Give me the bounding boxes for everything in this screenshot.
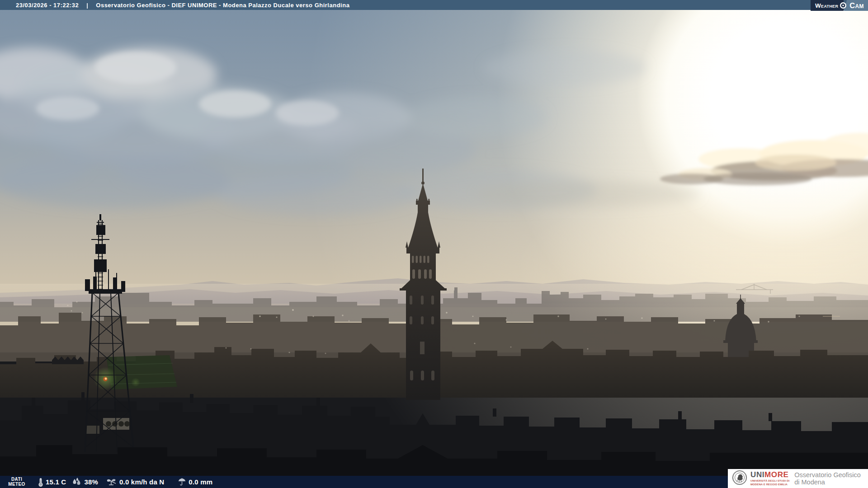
water-drops-icon xyxy=(72,478,82,486)
rain-reading: 0.0 mm xyxy=(178,478,212,486)
unimore-uni: UNI xyxy=(750,470,764,479)
observatory-name-line2: di Modena xyxy=(794,479,861,486)
sports-field xyxy=(106,355,177,389)
unimore-wordmark: UNIMORE UNIVERSITÀ DEGLI STUDI DI MODENA… xyxy=(750,471,789,486)
wind-reading: 0.0 km/h da N xyxy=(105,478,164,487)
humidity-value: 38% xyxy=(84,478,98,486)
humidity-reading: 38% xyxy=(72,478,98,486)
observatory-name: Osservatorio Geofisico di Modena xyxy=(794,471,861,486)
unimore-subtitle-line2: MODENA E REGGIO EMILIA xyxy=(750,483,789,486)
camera-lens-icon xyxy=(840,2,847,9)
thermometer-icon xyxy=(38,478,43,487)
temperature-reading: 15.1 C xyxy=(38,478,66,487)
weathercam-label-weather: Weather xyxy=(815,2,838,9)
wind-value: 0.0 km/h da N xyxy=(119,478,164,486)
unimore-subtitle-line1: UNIVERSITÀ DEGLI STUDI DI xyxy=(750,479,789,483)
unimore-logo-card: UNIMORE UNIVERSITÀ DEGLI STUDI DI MODENA… xyxy=(728,469,868,488)
webcam-viewer: 23/03/2026 - 17:22:32 | Osservatorio Geo… xyxy=(0,0,868,488)
anemometer-icon xyxy=(105,478,117,487)
rain-value: 0.0 mm xyxy=(189,478,212,486)
header-separator: | xyxy=(86,2,88,9)
weathercam-label-cam: Cam xyxy=(849,1,864,10)
weathercam-logo: Weather Cam xyxy=(811,0,868,11)
camera-title: Osservatorio Geofisico - DIEF UNIMORE - … xyxy=(96,2,349,9)
observatory-name-line1: Osservatorio Geofisico xyxy=(794,471,861,479)
temperature-value: 15.1 C xyxy=(46,478,66,486)
umbrella-icon xyxy=(178,478,186,486)
unimore-more: MORE xyxy=(764,470,788,479)
weather-data-label: DATI METEO xyxy=(6,477,28,487)
header-bar: 23/03/2026 - 17:22:32 | Osservatorio Geo… xyxy=(0,0,868,10)
unimore-seal-icon xyxy=(732,470,747,487)
webcam-image xyxy=(0,0,868,488)
timestamp-label: 23/03/2026 - 17:22:32 xyxy=(16,2,79,9)
